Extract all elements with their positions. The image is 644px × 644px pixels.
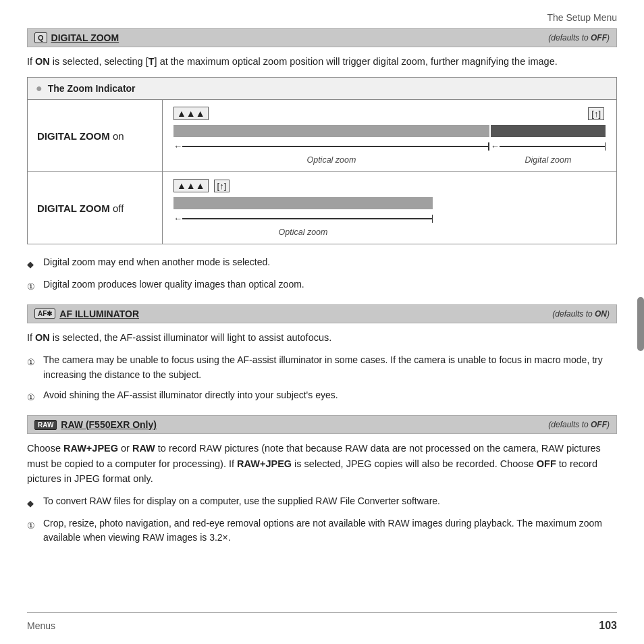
digital-zoom-body: If ON is selected, selecting [T] at the … [27, 54, 617, 69]
af-illuminator-title-text: AF ILLUMINATOR [59, 308, 139, 319]
zoom-off-label: DIGITAL ZOOM off [28, 172, 163, 244]
optical-label-on: Optical zoom [173, 155, 489, 165]
optical-bar-on [173, 125, 489, 137]
circle-bullet-2 [27, 354, 38, 369]
optical-bar-off [173, 197, 433, 209]
digital-zoom-title-text: DIGITAL ZOOM [51, 32, 119, 43]
af-illuminator-title: AF✱ AF ILLUMINATOR [34, 308, 139, 319]
zoom-off-right-icon: [↑] [214, 180, 230, 192]
table-header-bullet: ● [36, 82, 43, 95]
af-illuminator-section-bar: AF✱ AF ILLUMINATOR (defaults to ON) [27, 304, 617, 323]
scrollbar[interactable] [637, 297, 644, 351]
zoom-on-left-icon: ▲▲▲ [173, 107, 209, 120]
zoom-on-label: DIGITAL ZOOM on [28, 100, 163, 171]
circle-bullet-3 [27, 389, 38, 404]
raw-defaults: (defaults to OFF) [548, 420, 610, 429]
circle-bullet-4 [27, 517, 38, 533]
zoom-off-diagram: ▲▲▲ [↑] ← Optical zoom [163, 172, 616, 244]
raw-title: RAW RAW (F550EXR Only) [34, 419, 157, 430]
af-illuminator-body: If ON is selected, the AF-assist illumin… [27, 330, 617, 345]
af-illuminator-icon: AF✱ [34, 308, 55, 319]
digital-zoom-section-bar: Q DIGITAL ZOOM (defaults to OFF) [27, 28, 617, 47]
page-number: 103 [599, 620, 617, 632]
circle-bullet-1 [27, 278, 38, 294]
digital-zoom-note1-text: Digital zoom may end when another mode i… [43, 255, 270, 270]
digital-bar-on [491, 125, 606, 137]
diamond-bullet-1 [27, 256, 38, 271]
digital-label-on: Digital zoom [491, 155, 606, 165]
af-illuminator-defaults: (defaults to ON) [552, 309, 610, 319]
af-illuminator-note2: Avoid shining the AF-assist illuminator … [27, 388, 617, 404]
raw-note1-text: To convert RAW files for display on a co… [43, 494, 440, 509]
digital-zoom-note2-text: Digital zoom produces lower quality imag… [43, 277, 304, 292]
raw-note2-text: Crop, resize, photo navigation, and red-… [43, 516, 617, 545]
af-illuminator-note2-text: Avoid shining the AF-assist illuminator … [43, 388, 338, 403]
digital-zoom-defaults: (defaults to OFF) [548, 33, 610, 43]
page-header: The Setup Menu [0, 0, 644, 28]
zoom-on-right-icon: [↑] [588, 107, 604, 120]
digital-zoom-icon: Q [34, 32, 47, 43]
zoom-off-left-icon: ▲▲▲ [173, 179, 209, 192]
diamond-bullet-2 [27, 495, 38, 510]
zoom-row-on: DIGITAL ZOOM on ▲▲▲ [↑] ← [28, 100, 616, 172]
zoom-table-header: ● The Zoom Indicator [28, 78, 616, 100]
digital-zoom-title: Q DIGITAL ZOOM [34, 32, 119, 43]
raw-note2: Crop, resize, photo navigation, and red-… [27, 516, 617, 545]
raw-section-bar: RAW RAW (F550EXR Only) (defaults to OFF) [27, 415, 617, 434]
raw-title-text: RAW (F550EXR Only) [61, 419, 157, 430]
zoom-table-header-text: The Zoom Indicator [48, 83, 136, 94]
footer-label: Menus [27, 620, 55, 631]
page-footer: Menus 103 [27, 612, 617, 632]
af-illuminator-note1: The camera may be unable to focus using … [27, 353, 617, 382]
optical-label-off: Optical zoom [173, 227, 433, 237]
digital-zoom-note2: Digital zoom produces lower quality imag… [27, 277, 617, 294]
zoom-row-off: DIGITAL ZOOM off ▲▲▲ [↑] ← [28, 172, 616, 244]
raw-body: Choose RAW+JPEG or RAW to record RAW pic… [27, 441, 617, 486]
digital-zoom-note1: Digital zoom may end when another mode i… [27, 255, 617, 271]
zoom-on-diagram: ▲▲▲ [↑] ← [163, 100, 616, 171]
raw-note1: To convert RAW files for display on a co… [27, 494, 617, 510]
page-header-text: The Setup Menu [547, 12, 617, 23]
raw-icon: RAW [34, 420, 57, 430]
af-illuminator-note1-text: The camera may be unable to focus using … [43, 353, 617, 382]
zoom-indicator-table: ● The Zoom Indicator DIGITAL ZOOM on ▲▲▲… [27, 77, 617, 244]
